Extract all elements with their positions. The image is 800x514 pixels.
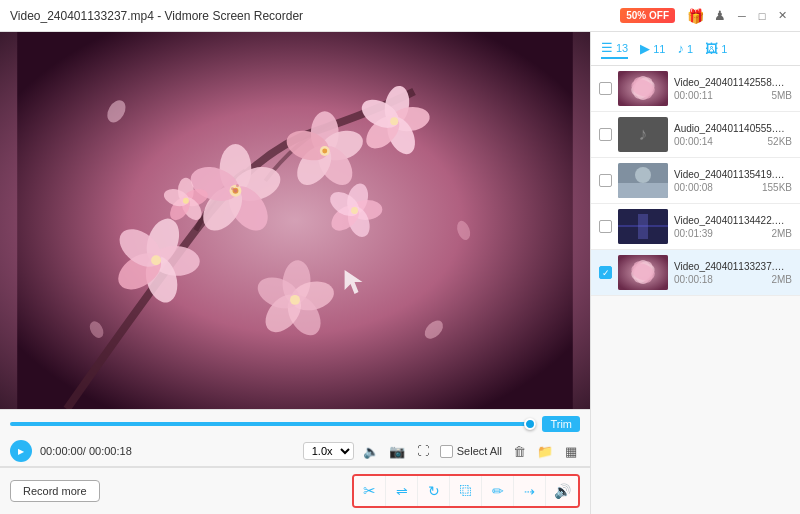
svg-point-46 bbox=[236, 184, 239, 187]
file-name: Video_240401135419.mp4 bbox=[674, 169, 792, 180]
file-size: 52KB bbox=[768, 136, 792, 147]
audio-tool-button[interactable]: 🔊 bbox=[546, 476, 578, 506]
rotate-tool-button[interactable]: ↻ bbox=[418, 476, 450, 506]
tab-video[interactable]: ▶ 11 bbox=[640, 39, 665, 58]
tab-image[interactable]: 🖼 1 bbox=[705, 39, 727, 58]
promo-badge: 50% OFF bbox=[620, 8, 675, 23]
trim-button[interactable]: Trim bbox=[542, 416, 580, 432]
file-thumbnail bbox=[618, 163, 668, 198]
file-thumbnail: ♪ bbox=[618, 117, 668, 152]
tab-audio[interactable]: ♪ 1 bbox=[678, 39, 694, 58]
file-duration: 00:01:39 bbox=[674, 228, 713, 239]
seek-bar-container: Trim bbox=[0, 409, 590, 436]
time-display: 00:00:00/ 00:00:18 bbox=[40, 445, 132, 457]
svg-point-38 bbox=[183, 198, 189, 204]
file-item[interactable]: Video_240401134422.mp4 00:01:39 2MB bbox=[591, 204, 800, 250]
file-meta: 00:00:11 5MB bbox=[674, 90, 792, 101]
file-name: Video_240401133237.mp4 bbox=[674, 261, 792, 272]
play-button[interactable]: ▶ bbox=[10, 440, 32, 462]
title-bar: Video_240401133237.mp4 - Vidmore Screen … bbox=[0, 0, 800, 32]
file-info: Video_240401133237.mp4 00:00:18 2MB bbox=[674, 261, 792, 285]
title-bar-left: Video_240401133237.mp4 - Vidmore Screen … bbox=[10, 9, 303, 23]
file-meta: 00:00:08 155KB bbox=[674, 182, 792, 193]
screenshot-icon[interactable]: 📷 bbox=[388, 442, 406, 460]
volume-icon[interactable]: 🔈 bbox=[362, 442, 380, 460]
image-tab-icon: 🖼 bbox=[705, 41, 718, 56]
svg-point-45 bbox=[233, 189, 237, 193]
file-checkbox[interactable] bbox=[599, 82, 612, 95]
file-info: Video_240401142558.mp4 00:00:11 5MB bbox=[674, 77, 792, 101]
file-item[interactable]: ✓ bbox=[591, 250, 800, 296]
title-bar-right: 50% OFF 🎁 ♟ ─ □ ✕ bbox=[620, 8, 790, 24]
list-icon: ☰ bbox=[601, 40, 613, 55]
record-more-button[interactable]: Record more bbox=[10, 480, 100, 502]
video-tab-icon: ▶ bbox=[640, 41, 650, 56]
play-icon: ▶ bbox=[18, 447, 24, 456]
file-size: 2MB bbox=[771, 228, 792, 239]
file-name: Audio_240401140555.mp3 bbox=[674, 123, 792, 134]
seek-bar-thumb[interactable] bbox=[524, 418, 536, 430]
file-info: Video_240401135419.mp4 00:00:08 155KB bbox=[674, 169, 792, 193]
fullscreen-icon[interactable]: ⛶ bbox=[414, 442, 432, 460]
file-item[interactable]: ♪ Audio_240401140555.mp3 00:00:14 52KB bbox=[591, 112, 800, 158]
svg-rect-60 bbox=[618, 183, 668, 198]
seek-bar-wrapper[interactable]: Trim bbox=[10, 416, 580, 432]
file-duration: 00:00:11 bbox=[674, 90, 713, 101]
file-meta: 00:00:14 52KB bbox=[674, 136, 792, 147]
file-item[interactable]: Video_240401135419.mp4 00:00:08 155KB bbox=[591, 158, 800, 204]
tab-all[interactable]: ☰ 13 bbox=[601, 38, 628, 59]
svg-point-47 bbox=[231, 187, 234, 190]
select-all-checkbox[interactable] bbox=[440, 445, 453, 458]
svg-point-14 bbox=[322, 149, 327, 154]
more-icon[interactable]: ▦ bbox=[562, 442, 580, 460]
delete-icon[interactable]: 🗑 bbox=[510, 442, 528, 460]
file-name: Video_240401142558.mp4 bbox=[674, 77, 792, 88]
file-meta: 00:01:39 2MB bbox=[674, 228, 792, 239]
file-size: 155KB bbox=[762, 182, 792, 193]
file-size: 2MB bbox=[771, 274, 792, 285]
svg-rect-0 bbox=[17, 32, 573, 409]
edit-tool-button[interactable]: ✏ bbox=[482, 476, 514, 506]
bottom-bar: Record more ✂ ⇌ ↻ ⿻ ✏ ⇢ 🔊 bbox=[0, 467, 590, 514]
file-info: Audio_240401140555.mp3 00:00:14 52KB bbox=[674, 123, 792, 147]
file-checkbox[interactable] bbox=[599, 220, 612, 233]
video-preview bbox=[0, 32, 590, 409]
svg-point-32 bbox=[290, 295, 300, 305]
cut-tool-button[interactable]: ✂ bbox=[354, 476, 386, 506]
tab-all-count: 13 bbox=[616, 42, 628, 54]
minimize-button[interactable]: ─ bbox=[734, 8, 750, 24]
file-list: Video_240401142558.mp4 00:00:11 5MB ♪ Au… bbox=[591, 66, 800, 514]
file-thumbnail bbox=[618, 255, 668, 290]
speed-tool-button[interactable]: ⇢ bbox=[514, 476, 546, 506]
maximize-button[interactable]: □ bbox=[754, 8, 770, 24]
left-panel: Trim ▶ 00:00:00/ 00:00:18 1.0x 0.5x 1.5x… bbox=[0, 32, 590, 514]
svg-point-20 bbox=[151, 255, 161, 265]
file-duration: 00:00:18 bbox=[674, 274, 713, 285]
audio-tab-icon: ♪ bbox=[678, 41, 685, 56]
folder-icon[interactable]: 📁 bbox=[536, 442, 554, 460]
tab-video-count: 11 bbox=[653, 43, 665, 55]
file-size: 5MB bbox=[771, 90, 792, 101]
right-panel-tabs: ☰ 13 ▶ 11 ♪ 1 🖼 1 bbox=[591, 32, 800, 66]
right-panel: ☰ 13 ▶ 11 ♪ 1 🖼 1 bbox=[590, 32, 800, 514]
file-name: Video_240401134422.mp4 bbox=[674, 215, 792, 226]
split-tool-button[interactable]: ⇌ bbox=[386, 476, 418, 506]
seek-bar-track[interactable] bbox=[10, 422, 536, 426]
duplicate-tool-button[interactable]: ⿻ bbox=[450, 476, 482, 506]
file-duration: 00:00:08 bbox=[674, 182, 713, 193]
file-checkbox[interactable] bbox=[599, 174, 612, 187]
gift-icon: 🎁 bbox=[687, 8, 704, 24]
select-all-control[interactable]: Select All bbox=[440, 445, 502, 458]
tab-image-count: 1 bbox=[721, 43, 727, 55]
controls-bar: ▶ 00:00:00/ 00:00:18 1.0x 0.5x 1.5x 2.0x… bbox=[0, 436, 590, 467]
file-item[interactable]: Video_240401142558.mp4 00:00:11 5MB bbox=[591, 66, 800, 112]
file-thumbnail bbox=[618, 71, 668, 106]
video-area bbox=[0, 32, 590, 409]
file-checkbox[interactable]: ✓ bbox=[599, 266, 612, 279]
svg-point-26 bbox=[390, 117, 398, 125]
close-button[interactable]: ✕ bbox=[774, 8, 790, 24]
file-info: Video_240401134422.mp4 00:01:39 2MB bbox=[674, 215, 792, 239]
file-checkbox[interactable] bbox=[599, 128, 612, 141]
svg-point-44 bbox=[351, 207, 358, 214]
speed-select[interactable]: 1.0x 0.5x 1.5x 2.0x bbox=[303, 442, 354, 460]
